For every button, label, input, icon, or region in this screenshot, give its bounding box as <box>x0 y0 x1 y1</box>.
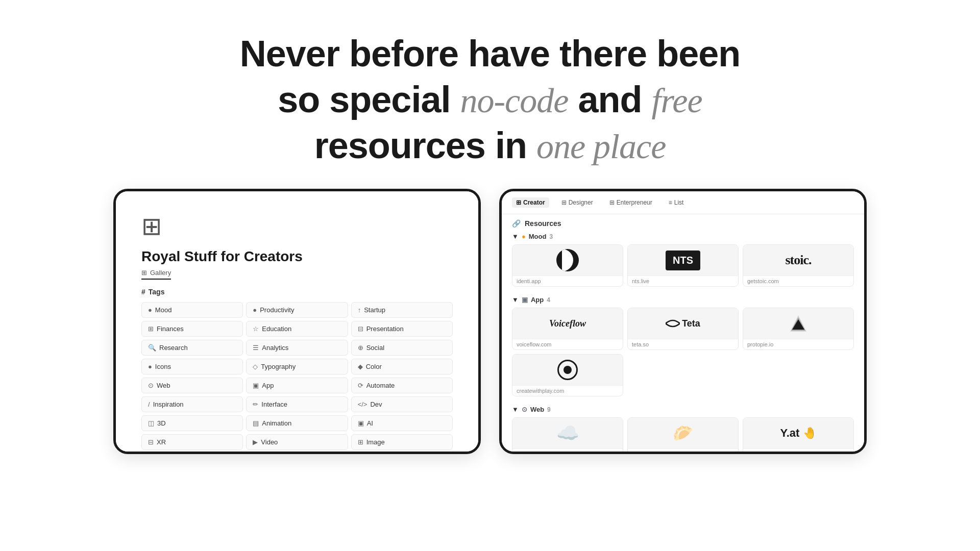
card-voiceflow-label: voiceflow.com <box>512 339 623 349</box>
tag-inspiration[interactable]: /Inspiration <box>141 396 243 412</box>
tag-icons-label: Icons <box>155 363 171 370</box>
card-typedream-label: typedream.com <box>512 448 623 452</box>
stoic-logo: stoic. <box>785 253 811 268</box>
gallery-label: Gallery <box>150 269 171 277</box>
tag-automate-icon: ⟳ <box>358 382 363 389</box>
tag-startup[interactable]: ↑Startup <box>351 302 453 318</box>
tab-list[interactable]: ≡ List <box>665 197 688 208</box>
tag-typography-icon: ◇ <box>253 363 258 370</box>
resources-label: Resources <box>525 219 561 228</box>
tag-web-label: Web <box>157 382 170 389</box>
tag-app[interactable]: ▣App <box>246 378 348 393</box>
tags-header: # Tags <box>141 288 453 296</box>
card-dumpi[interactable]: 🥟 dumpi.ink <box>627 417 739 452</box>
tag-app-label: App <box>262 382 274 389</box>
card-stoic[interactable]: stoic. getstoic.com <box>743 244 854 287</box>
tag-image-icon: ⊞ <box>358 438 363 446</box>
tab-creator[interactable]: ⊞ Creator <box>512 197 549 208</box>
tag-image[interactable]: ⊞Image <box>351 434 453 450</box>
app-collapse-icon[interactable]: ▼ <box>512 296 519 304</box>
tag-video-label: Video <box>261 438 278 446</box>
web-section-label: ▼ ⊙ Web 9 <box>512 406 854 413</box>
tag-typography[interactable]: ◇Typography <box>246 359 348 374</box>
card-nts[interactable]: NTS nts.live <box>627 244 739 287</box>
tag-productivity-label: Productivity <box>260 306 294 314</box>
tag-color-icon: ◆ <box>358 363 363 370</box>
card-teta[interactable]: Teta teta.so <box>627 308 739 350</box>
tag-ai[interactable]: ▣AI <box>351 415 453 431</box>
tag-dev-icon: </> <box>358 400 368 408</box>
tag-3d-label: 3D <box>157 419 166 427</box>
tag-video[interactable]: ▶Video <box>246 434 348 450</box>
card-identi[interactable]: identi.app <box>512 244 623 287</box>
tag-video-icon: ▶ <box>253 438 258 446</box>
tag-education[interactable]: ☆Education <box>246 321 348 337</box>
card-play[interactable]: createwithplay.com <box>512 354 623 396</box>
tag-xr[interactable]: ⊟XR <box>141 434 243 450</box>
web-collapse-icon[interactable]: ▼ <box>512 406 519 413</box>
card-play-label: createwithplay.com <box>512 385 623 396</box>
tag-presentation[interactable]: ⊟Presentation <box>351 321 453 337</box>
tag-social[interactable]: ⊕Social <box>351 340 453 356</box>
tag-automate[interactable]: ⟳Automate <box>351 378 453 393</box>
tag-web[interactable]: ⊙Web <box>141 378 243 393</box>
tag-3d[interactable]: ◫3D <box>141 415 243 431</box>
tag-startup-icon: ↑ <box>358 306 361 314</box>
card-yat-image: Y.at 🤚 <box>743 418 853 448</box>
tag-research[interactable]: 🔍Research <box>141 340 243 356</box>
enterpreneur-icon: ⊞ <box>609 199 615 206</box>
card-yat[interactable]: Y.at 🤚 y.at <box>743 417 854 452</box>
card-dumpi-label: dumpi.ink <box>628 448 738 452</box>
tag-productivity-icon: ● <box>253 306 257 314</box>
app-text: App <box>531 296 544 304</box>
tag-mood[interactable]: ●Mood <box>141 302 243 318</box>
tag-analytics[interactable]: ☰Analytics <box>246 340 348 356</box>
card-typedream[interactable]: ☁️ typedream.com <box>512 417 623 452</box>
resources-icon: 🔗 <box>512 219 521 228</box>
tag-education-label: Education <box>262 325 291 333</box>
tag-analytics-label: Analytics <box>262 344 288 352</box>
tag-icons[interactable]: ●Icons <box>141 359 243 374</box>
mood-section: ▼ ● Mood 3 identi.app <box>502 233 864 296</box>
tag-dev[interactable]: </>Dev <box>351 396 453 412</box>
card-stoic-label: getstoic.com <box>743 276 853 286</box>
card-voiceflow-image: Voiceflow <box>512 308 623 339</box>
tag-animation[interactable]: ▤Animation <box>246 415 348 431</box>
tag-analytics-icon: ☰ <box>253 344 259 352</box>
tag-finances-label: Finances <box>157 325 184 333</box>
tag-inspiration-label: Inspiration <box>153 400 184 408</box>
tag-color[interactable]: ◆Color <box>351 359 453 374</box>
app-gallery: Voiceflow voiceflow.com Teta teta.so <box>512 308 854 396</box>
tag-finances-icon: ⊞ <box>148 325 154 333</box>
app-section-label: ▼ ▣ App 4 <box>512 296 854 304</box>
card-protopie[interactable]: protopie.io <box>743 308 854 350</box>
card-typedream-image: ☁️ <box>512 418 623 448</box>
gallery-tab[interactable]: ⊞ Gallery <box>141 269 171 280</box>
tag-mood-label: Mood <box>155 306 172 314</box>
tag-finances[interactable]: ⊞Finances <box>141 321 243 337</box>
tab-enterpreneur[interactable]: ⊞ Enterpreneur <box>605 197 656 208</box>
list-icon: ≡ <box>669 199 672 206</box>
tag-web-icon: ⊙ <box>148 382 154 389</box>
mood-count: 3 <box>549 233 553 240</box>
tag-interface[interactable]: ✏Interface <box>246 396 348 412</box>
collapse-icon[interactable]: ▼ <box>512 233 519 240</box>
protopie-svg <box>788 313 808 334</box>
web-count: 9 <box>547 406 551 413</box>
web-section: ▼ ⊙ Web 9 ☁️ typedream.com 🥟 <box>502 406 864 452</box>
designer-label: Designer <box>569 199 593 206</box>
web-gallery: ☁️ typedream.com 🥟 dumpi.ink Y.at 🤚 <box>512 417 854 452</box>
tab-designer[interactable]: ⊞ Designer <box>557 197 597 208</box>
hash-icon: # <box>141 288 145 296</box>
hero-resources: resources in <box>314 125 536 166</box>
tag-productivity[interactable]: ●Productivity <box>246 302 348 318</box>
page-title: Royal Stuff for Creators <box>141 248 453 265</box>
tag-color-label: Color <box>366 363 382 370</box>
page-icon: ⊞ <box>141 212 453 240</box>
mood-gallery: identi.app NTS nts.live stoic. getstoic.… <box>512 244 854 287</box>
card-protopie-image <box>743 308 853 339</box>
app-section: ▼ ▣ App 4 Voiceflow voiceflow.com <box>502 296 864 406</box>
resources-header: 🔗 Resources <box>502 214 864 233</box>
card-voiceflow[interactable]: Voiceflow voiceflow.com <box>512 308 623 350</box>
creator-label: Creator <box>523 199 545 206</box>
